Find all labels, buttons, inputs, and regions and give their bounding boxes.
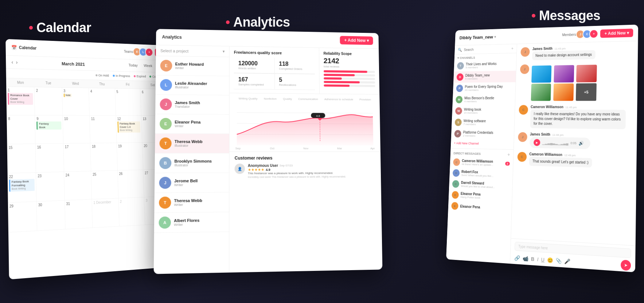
cal-cell-18[interactable]: 18 [90, 143, 118, 171]
msg-avatar-group: J C + [578, 29, 598, 39]
cal-cell-10[interactable]: 10 [63, 115, 90, 143]
freelancer-avatar-albert: A [159, 216, 171, 229]
cal-cell-24[interactable]: 24 [64, 171, 92, 200]
avatar-group: E L + [135, 47, 153, 57]
event-formatting[interactable]: Fantasy Book FormattingBook Writing [9, 179, 35, 192]
search-add-icon[interactable]: + [511, 46, 514, 51]
cal-cell-4[interactable]: 4 [89, 88, 116, 115]
search-input[interactable] [464, 47, 510, 51]
calendar-title: Calendar [29, 20, 91, 35]
dm-add-icon[interactable]: + [507, 152, 510, 157]
cal-next-arrow[interactable]: › [16, 60, 18, 65]
tool-underline[interactable]: U [541, 257, 545, 263]
cal-cell-12[interactable]: 12 Fantasy Book Cover 1.0Book Writing [116, 116, 143, 143]
event-fantasy-cover[interactable]: Fantasy Book Cover 1.0Book Writing [117, 122, 140, 133]
channel-dibbly[interactable]: D Dibbly Team_new 5 members [453, 71, 516, 83]
tool-italic[interactable]: I [537, 256, 538, 262]
add-channel-button[interactable]: + Add New Channel [451, 139, 514, 148]
tool-bold[interactable]: B [531, 256, 535, 262]
cal-cell-19[interactable]: 19 [117, 143, 143, 170]
stat-words: 120000 Words written [234, 57, 275, 73]
cal-cell-1[interactable]: 1 Romance Book CoverBook Writing [6, 87, 35, 116]
tab-today[interactable]: Today [126, 62, 140, 69]
freelancer-albert[interactable]: A Albert Flores Writer [154, 212, 229, 233]
cal-cell-31[interactable]: 31 [65, 199, 93, 229]
img-thumb-4 [531, 84, 551, 101]
cal-cell-16[interactable]: 16 [36, 143, 64, 173]
cal-cell-22[interactable]: 22 Fantasy Book FormattingBook Writing [8, 173, 37, 203]
channel-poem[interactable]: P Poem for Every Spring Day 20 members [453, 82, 516, 94]
msg-avatar-cameron2: C [517, 152, 527, 162]
event-romance[interactable]: Romance Book CoverBook Writing [8, 93, 33, 105]
channel-name: Dibbly Team_new ▾ [459, 34, 496, 40]
msg-row-5: C Cameron Williamson 12:49 pm That sound… [517, 152, 632, 169]
tool-video[interactable]: 📹 [523, 256, 528, 262]
cal-cell-15[interactable]: 15 [7, 144, 36, 173]
freelancer-james[interactable]: J James Smith Translator [155, 95, 229, 114]
project-select[interactable]: Select a project ▾ [156, 45, 229, 57]
freelancer-avatar-jerome: J [159, 177, 171, 189]
cal-cell-dec2[interactable]: 2 [118, 197, 145, 227]
rel-bar-1 [324, 70, 375, 73]
analytics-title: Analytics [226, 15, 290, 30]
analytics-top-row: Freelancers quality score 120000 Words w… [230, 46, 379, 95]
msg-avatar-add: + [589, 29, 598, 38]
cal-cell-17[interactable]: 17 [63, 143, 91, 172]
event-small[interactable]: Note [64, 93, 72, 97]
msg-row-4: J James Smith 11:48 pm ▶ ▁▂▃▄▃▂▁▂▃▄ 0:05… [518, 132, 633, 150]
cal-cell-3[interactable]: 3 Note [62, 88, 90, 115]
msg-add-new[interactable]: + Add New ▾ [600, 28, 633, 38]
analytics-add-new[interactable]: + Add New ▾ [340, 36, 373, 45]
msg-avatar-james3: J [518, 132, 527, 142]
cal-cell-23[interactable]: 23 [36, 172, 65, 202]
msg-avatar-cameron1: C [519, 105, 528, 115]
cal-cell-9[interactable]: 9 FantasyBook [35, 115, 63, 144]
rel-bar-3 [324, 77, 375, 80]
review-avatar-1: 👤 [235, 164, 245, 174]
event-fantasy[interactable]: FantasyBook [36, 122, 61, 130]
cal-cell-30[interactable]: 30 [37, 200, 66, 231]
cal-cell-8[interactable]: 8 [7, 115, 36, 144]
dm-eleanor2[interactable]: E Eleanor Pena [448, 200, 512, 214]
freelancer-brooklyn[interactable]: B Brooklyn Simmons Illustrator [155, 153, 229, 173]
cal-cell-29[interactable]: 29 [8, 202, 38, 233]
cal-cell-2[interactable]: 2 [35, 87, 63, 116]
tab-week[interactable]: Week [141, 62, 155, 69]
channel-platforme[interactable]: P Platforme Credentials 2 members [451, 128, 514, 141]
cal-prev-arrow[interactable]: ‹ [11, 59, 13, 65]
cal-cell-26[interactable]: 26 [118, 170, 144, 198]
freelancer-esther[interactable]: E Esther Howard Writer [156, 56, 229, 76]
tool-link[interactable]: 🔗 [514, 255, 520, 261]
channel-miss-benson[interactable]: M Miss Benson's Beetle 4 members [452, 94, 515, 106]
img-thumb-2 [554, 65, 574, 83]
channel-writing-book[interactable]: W Writing book 15 members [452, 105, 515, 117]
tool-attachment[interactable]: 📎 [556, 258, 562, 264]
cal-cell-dec1[interactable]: 1 December [92, 198, 119, 228]
calendar-header-left: 📅 Calendar [11, 45, 37, 51]
freelancer-theresa1[interactable]: T Theresa Webb Illustrator [155, 134, 229, 153]
channel-their-lives[interactable]: T Their Lives and Works 5 members [454, 59, 516, 72]
freelancer-jerome[interactable]: J Jerome Bell Writer [155, 173, 229, 193]
dm-cameron[interactable]: C Cameron Williamson Hi there! Here's an… [450, 157, 513, 169]
freelancer-eleanor[interactable]: E Eleanor Pena Writer [155, 114, 229, 134]
tool-emoji[interactable]: 😊 [547, 257, 553, 263]
voice-play-button[interactable]: ▶ [534, 139, 540, 146]
status-expired: Expired [134, 74, 146, 78]
cal-cell-5[interactable]: 5 [115, 89, 141, 116]
msg-avatar-james1: J [520, 47, 530, 57]
channel-writing-software[interactable]: S Writing software 7 members [452, 116, 515, 129]
messages-dot [532, 14, 535, 18]
freelancers-sidebar: Select a project ▾ E Esther Howard Write… [154, 45, 230, 274]
cal-cell-11[interactable]: 11 [90, 116, 117, 143]
calendar-label: Calendar [19, 45, 37, 51]
tool-mic[interactable]: 🎤 [564, 258, 570, 264]
send-button[interactable]: ➤ [621, 260, 631, 271]
freelancer-avatar-james: J [160, 99, 172, 110]
freelancer-leslie[interactable]: L Leslie Alexander Illustrator [156, 75, 229, 95]
freelancer-list: E Esther Howard Writer L Leslie Alexande… [154, 56, 229, 274]
quality-score-section: Freelancers quality score 120000 Words w… [230, 46, 320, 93]
voice-duration: 0:05 [570, 141, 577, 145]
freelancer-theresa2[interactable]: T Theresa Webb Writer [154, 192, 229, 213]
cal-cell-25[interactable]: 25 [91, 170, 118, 199]
msg-voice[interactable]: ▶ ▁▂▃▄▃▂▁▂▃▄ 0:05 🔊 [530, 137, 590, 149]
